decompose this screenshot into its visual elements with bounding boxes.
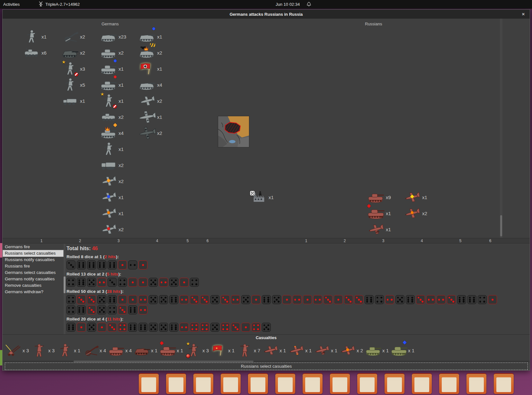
die-5 xyxy=(169,278,178,287)
unit-infantry[interactable]: x 1 xyxy=(57,341,82,360)
unit-count: x6 xyxy=(41,50,47,56)
folder-icon[interactable] xyxy=(357,373,377,394)
folder-icon[interactable] xyxy=(439,373,459,394)
folder-icon[interactable] xyxy=(166,373,186,394)
fighter-icon xyxy=(403,189,421,205)
fighter-icon xyxy=(99,222,118,237)
status-text: Russians select casualties xyxy=(241,364,292,369)
folder-icon[interactable] xyxy=(412,373,432,394)
total-hits: Total hits: 46 xyxy=(66,246,98,251)
unit-infantry: ★x3 xyxy=(61,61,85,77)
truck-icon xyxy=(61,93,79,109)
unit-count: x2 xyxy=(157,50,162,56)
steps-scrollbar[interactable] xyxy=(64,244,66,334)
die-1-hit xyxy=(118,295,127,304)
battle-vertical-scrollbar[interactable] xyxy=(500,19,502,238)
unit-fighter: x1 xyxy=(99,205,124,221)
unit-infantry[interactable]: ★x 3 xyxy=(185,341,211,360)
die-2 xyxy=(128,260,137,269)
unit-artillery[interactable]: x 4 xyxy=(82,341,108,360)
unit-count: x 3 xyxy=(202,348,209,353)
close-button[interactable]: × xyxy=(520,11,527,17)
unit-heavytank[interactable]: x 1 xyxy=(391,341,416,360)
unit-assaultgun: x1 xyxy=(138,29,162,45)
unit-heavytank[interactable]: x 1 xyxy=(159,341,185,360)
die-1-hit xyxy=(334,295,343,304)
unit-tankdestroyer[interactable]: x 1 xyxy=(134,341,159,360)
die-6 xyxy=(66,323,75,332)
casualties-horizontal-scrollbar[interactable] xyxy=(3,361,530,362)
die-4-hit xyxy=(252,323,261,332)
die-6 xyxy=(406,295,415,304)
battle-step-item: Germans fire xyxy=(3,244,63,250)
die-3 xyxy=(108,278,117,287)
die-2-hit xyxy=(385,295,394,304)
triplea-windmill-icon xyxy=(38,1,43,8)
unit-heavytank: x1 xyxy=(367,205,391,221)
die-3-hit xyxy=(87,305,96,314)
die-5 xyxy=(210,323,219,332)
unit-count: x9 xyxy=(386,195,391,200)
folder-icon[interactable] xyxy=(385,373,404,394)
unit-fighter[interactable]: x 2 xyxy=(339,341,365,360)
dice-group-label: Rolled 50 dice at 3 (28 hits): xyxy=(66,289,124,294)
unit-count: x1 xyxy=(80,98,85,104)
total-hits-value: 46 xyxy=(92,246,98,251)
ruler-number: 3 xyxy=(382,239,385,243)
folder-icon[interactable] xyxy=(330,373,350,394)
unit-fighter[interactable]: x 1 xyxy=(288,341,314,360)
unit-count: x2 xyxy=(157,98,162,104)
armoredcar-icon xyxy=(22,45,41,60)
folder-icon[interactable] xyxy=(221,373,241,394)
flag-icon xyxy=(138,61,156,76)
unit-tank[interactable]: x 4 xyxy=(108,341,134,360)
infantry-icon xyxy=(99,141,118,157)
unit-aagun[interactable]: x 3 xyxy=(5,341,31,360)
svg-text:★: ★ xyxy=(216,347,218,350)
folder-icon[interactable] xyxy=(193,373,213,394)
unit-flag: x1 xyxy=(138,61,162,77)
clock-button[interactable]: Jun 10 02:34 xyxy=(276,0,300,9)
scrollbar-thumb[interactable] xyxy=(500,215,502,236)
factory-icon xyxy=(249,189,268,205)
ball-badge-icon xyxy=(186,354,190,358)
battle-step-item: Germans withdraw? xyxy=(3,289,63,295)
ruler-number: 5 xyxy=(187,239,189,243)
folder-icon[interactable] xyxy=(303,373,323,394)
window-titlebar[interactable]: Germans attacks Russians in Russia × xyxy=(3,10,530,19)
folder-icon[interactable] xyxy=(494,373,514,394)
scrollbar-thumb[interactable] xyxy=(74,361,253,362)
unit-sniper[interactable]: x 3 xyxy=(31,341,57,360)
ruler-number: 5 xyxy=(459,239,462,243)
unit-flag[interactable]: ★x 1 xyxy=(211,341,236,360)
dice-strength-ruler: 123456123456 xyxy=(3,238,530,243)
unit-count: x 1 xyxy=(408,348,414,353)
dot-badge-icon xyxy=(346,348,349,351)
die-5 xyxy=(262,323,271,332)
unit-fighter[interactable]: x 1 xyxy=(314,341,339,360)
folder-icon[interactable] xyxy=(466,373,486,394)
unit-tank[interactable]: x 1 xyxy=(365,341,391,360)
unit-sniper[interactable]: x 7 xyxy=(236,341,262,360)
status-action-bar[interactable]: Russians select casualties xyxy=(5,363,528,370)
fighter-icon xyxy=(314,343,330,358)
die-6 xyxy=(108,295,117,304)
dice-row xyxy=(66,278,199,287)
tank-icon xyxy=(108,343,125,358)
unit-count: x 1 xyxy=(305,348,312,353)
folder-icon[interactable] xyxy=(248,373,268,394)
folder-icon[interactable] xyxy=(275,373,295,394)
die-6 xyxy=(128,305,137,314)
die-6 xyxy=(77,305,86,314)
folder-icon[interactable] xyxy=(139,373,159,394)
unit-fighter[interactable]: x 1 xyxy=(262,341,288,360)
die-4-hit xyxy=(190,323,199,332)
star-badge-icon: ★ xyxy=(100,92,104,96)
ruler-number: 1 xyxy=(305,239,307,243)
activities-button[interactable]: Activities xyxy=(3,2,20,7)
dice-row xyxy=(66,323,271,332)
unit-fighter: x2 xyxy=(403,205,427,221)
scrollbar-thumb[interactable] xyxy=(64,276,66,293)
unit-count: x1 xyxy=(386,227,391,232)
app-menu-button[interactable]: TripleA-2.7+14962 xyxy=(38,1,80,8)
